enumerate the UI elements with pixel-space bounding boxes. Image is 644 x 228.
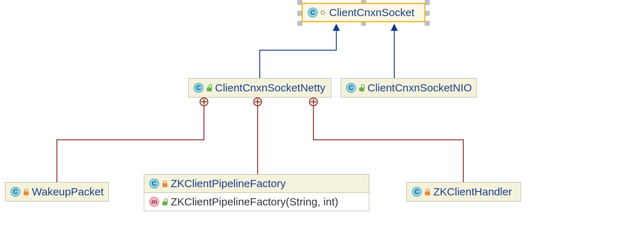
selection-handle[interactable] <box>425 21 430 26</box>
class-icon: C <box>10 187 20 197</box>
private-icon <box>425 188 430 195</box>
class-label: WakeupPacket <box>32 186 104 198</box>
inheritance-edge <box>391 24 398 78</box>
package-private-icon <box>359 84 365 91</box>
class-icon: C <box>346 83 356 93</box>
method-row[interactable]: m ZKClientPipelineFactory(String, int) <box>144 193 369 211</box>
class-node-zk-client-pipeline-factory[interactable]: C ZKClientPipelineFactory m ZKClientPipe… <box>144 174 369 211</box>
selection-handle[interactable] <box>425 0 430 5</box>
method-label: ZKClientPipelineFactory(String, int) <box>171 196 338 208</box>
class-node-client-cnxn-socket-netty[interactable]: C ClientCnxnSocketNetty <box>188 78 331 98</box>
class-node-wakeup-packet[interactable]: C WakeupPacket <box>5 182 109 201</box>
class-label: ZKClientHandler <box>433 186 512 198</box>
private-icon <box>23 188 29 195</box>
private-icon <box>162 180 168 187</box>
inner-class-edge <box>309 98 463 182</box>
class-header-row[interactable]: C ZKClientPipelineFactory <box>144 175 369 193</box>
class-label: ClientCnxnSocketNIO <box>367 82 472 94</box>
svg-point-6 <box>309 98 317 106</box>
class-node-zk-client-handler[interactable]: C ZKClientHandler <box>406 182 521 201</box>
abstract-indicator-icon <box>321 10 325 15</box>
inner-class-edge <box>254 98 262 174</box>
class-icon: C <box>412 187 422 197</box>
class-node-client-cnxn-socket-nio[interactable]: C ClientCnxnSocketNIO <box>341 78 477 98</box>
method-icon: m <box>149 197 159 207</box>
uml-diagram-canvas[interactable]: C ClientCnxnSocket C ClientCnxnSocketNet… <box>0 0 644 228</box>
class-icon: C <box>149 179 159 189</box>
class-label: ClientCnxnSocket <box>329 6 414 19</box>
package-private-icon <box>206 84 212 91</box>
class-icon: C <box>308 8 318 18</box>
package-private-icon <box>162 198 168 205</box>
selection-handle[interactable] <box>425 11 430 16</box>
class-label: ZKClientPipelineFactory <box>171 177 286 190</box>
inner-class-edge <box>57 98 208 182</box>
inheritance-edge <box>260 24 340 78</box>
svg-point-0 <box>200 98 208 106</box>
class-icon: C <box>194 83 204 93</box>
class-label: ClientCnxnSocketNetty <box>215 82 325 94</box>
class-node-client-cnxn-socket[interactable]: C ClientCnxnSocket <box>302 3 425 22</box>
svg-point-3 <box>254 98 262 106</box>
